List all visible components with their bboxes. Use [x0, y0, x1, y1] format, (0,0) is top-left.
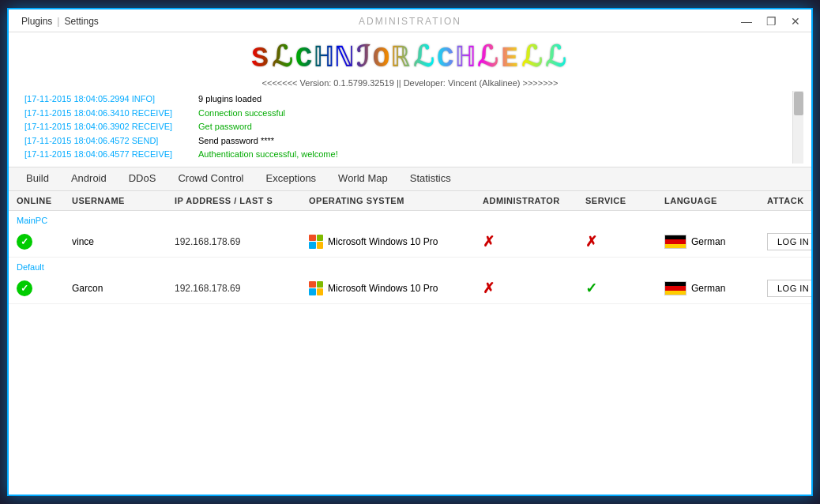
settings-menu-item[interactable]: Settings [59, 14, 103, 28]
cell-online-1: ✓ [17, 234, 72, 250]
log-msg-5: Authentication successful, welcome! [198, 148, 796, 162]
col-admin: ADMINISTRATOR [483, 196, 585, 205]
col-attack: ATTACK [767, 196, 811, 205]
log-ts-3: [17-11-2015 18:04:06.3902 RECEIVE] [24, 120, 198, 134]
scrollbar-thumb[interactable] [794, 92, 803, 115]
version-line: <<<<<<< Version: 0.1.5799.32519 || Devel… [17, 77, 803, 91]
cell-os-2: Microsoft Windows 10 Pro [309, 281, 483, 295]
cell-service-1: ✗ [585, 233, 664, 250]
cell-service-2: ✓ [585, 280, 664, 297]
language-name-2: German [691, 283, 725, 294]
win-quad-br [317, 242, 324, 249]
scrollbar[interactable] [792, 91, 803, 164]
log-msg-4: Send password **** [198, 134, 796, 149]
log-ts-5: [17-11-2015 18:04:06.4577 RECEIVE] [24, 148, 198, 162]
maximize-button[interactable]: ❐ [763, 16, 780, 27]
minimize-button[interactable]: — [738, 16, 755, 27]
table-row: ✓ vince 192.168.178.69 Microsoft Windows… [9, 227, 811, 258]
nav-statistics[interactable]: Statistics [401, 167, 461, 190]
nav-exceptions[interactable]: Exceptions [257, 167, 326, 190]
cell-lang-2: German [664, 281, 767, 295]
os-name-1: Microsoft Windows 10 Pro [328, 236, 438, 247]
win-quad-tr [317, 281, 324, 288]
windows-icon-2 [309, 281, 323, 295]
table-area: ONLINE USERNAME IP ADDRESS / LAST S OPER… [9, 191, 811, 495]
online-indicator-1: ✓ [17, 234, 32, 250]
flag-stripe-gold [665, 244, 686, 248]
cell-lang-1: German [664, 235, 767, 249]
cell-admin-1: ✗ [483, 233, 585, 250]
cell-attack-1: LOG IN [767, 233, 811, 250]
cell-username-1: vince [72, 236, 175, 247]
app-logo: SℒCℍℕℐOℝℒCℍℒEℒℒ [251, 40, 569, 75]
plugins-menu-item[interactable]: Plugins [17, 14, 57, 28]
nav-android[interactable]: Android [62, 167, 116, 190]
log-msg-1: 9 plugins loaded [198, 92, 796, 107]
log-ts-2: [17-11-2015 18:04:06.3410 RECEIVE] [24, 107, 198, 121]
cell-os-1: Microsoft Windows 10 Pro [309, 235, 483, 249]
cell-online-2: ✓ [17, 280, 72, 296]
cell-ip-2: 192.168.178.69 [175, 283, 309, 294]
log-msg-2: Connection successful [198, 107, 796, 121]
german-flag-1 [664, 235, 686, 249]
col-service: SERVICE [585, 196, 664, 205]
col-language: LANGUAGE [664, 196, 767, 205]
col-ip: IP ADDRESS / LAST S [175, 196, 309, 205]
window-title: ADMINISTRATION [359, 16, 461, 27]
log-ts-1: [17-11-2015 18:04:05.2994 INFO] [24, 92, 198, 107]
table-header: ONLINE USERNAME IP ADDRESS / LAST S OPER… [9, 191, 811, 211]
nav-world-map[interactable]: World Map [329, 167, 397, 190]
os-name-2: Microsoft Windows 10 Pro [328, 283, 438, 294]
nav-crowd-control[interactable]: Crowd Control [168, 167, 253, 190]
windows-icon-1 [309, 235, 323, 249]
win-quad-tl [309, 281, 316, 288]
title-bar: Plugins | Settings ADMINISTRATION — ❐ ✕ [9, 9, 811, 32]
close-button[interactable]: ✕ [788, 16, 803, 27]
log-timestamps: [17-11-2015 18:04:05.2994 INFO] [17-11-2… [24, 92, 198, 162]
login-button-1[interactable]: LOG IN [767, 233, 811, 250]
logo-area: SℒCℍℕℐOℝℒCℍℒEℒℒ [17, 36, 803, 77]
title-menu: Plugins | Settings [17, 14, 103, 28]
log-ts-4: [17-11-2015 18:04:06.4572 SEND] [24, 134, 198, 149]
login-button-2[interactable]: LOG IN [767, 280, 811, 297]
col-online: ONLINE [17, 196, 72, 205]
col-username: USERNAME [72, 196, 175, 205]
log-area: SℒCℍℕℐOℝℒCℍℒEℒℒ <<<<<<< Version: 0.1.579… [9, 32, 811, 167]
col-os: OPERATING SYSTEM [309, 196, 483, 205]
german-flag-2 [664, 281, 686, 295]
win-quad-bl [309, 288, 316, 295]
log-msg-3: Get password [198, 120, 796, 134]
cell-username-2: Garcon [72, 283, 175, 294]
log-messages: 9 plugins loaded Connection successful G… [198, 92, 796, 162]
table-row: ✓ Garcon 192.168.178.69 Microsoft Window… [9, 273, 811, 304]
window-controls: — ❐ ✕ [738, 16, 803, 27]
flag-stripe-gold [665, 291, 686, 295]
group-mainpc: MainPC [9, 211, 811, 227]
language-name-1: German [691, 236, 725, 247]
cell-attack-2: LOG IN [767, 280, 811, 297]
win-quad-bl [309, 242, 316, 249]
nav-build[interactable]: Build [17, 167, 58, 190]
online-indicator-2: ✓ [17, 280, 32, 296]
cell-admin-2: ✗ [483, 280, 585, 297]
win-quad-tl [309, 235, 316, 242]
main-window: Plugins | Settings ADMINISTRATION — ❐ ✕ … [7, 8, 813, 496]
cell-ip-1: 192.168.178.69 [175, 236, 309, 247]
win-quad-tr [317, 235, 324, 242]
nav-ddos[interactable]: DDoS [119, 167, 166, 190]
group-default: Default [9, 258, 811, 273]
nav-bar: Build Android DDoS Crowd Control Excepti… [9, 167, 811, 191]
win-quad-br [317, 288, 324, 295]
